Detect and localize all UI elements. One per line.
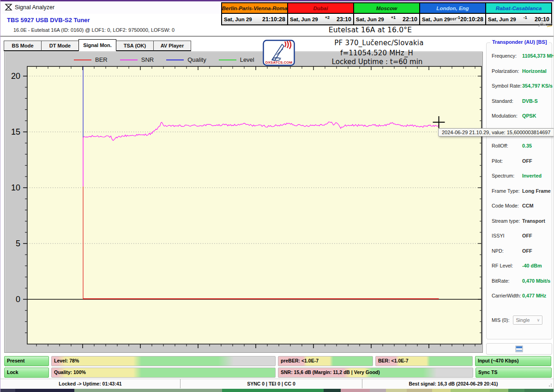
clock-london-eng: London, EngSat, Jun 29DST-120:10:28 — [419, 2, 486, 25]
status-bar: Locked -> Uptime: 01:43:41 SYNC 0 | TEI … — [0, 379, 554, 388]
mis-selected-value: Single — [516, 317, 530, 323]
transponder-save-button[interactable] — [486, 343, 552, 355]
field-label: RollOff: — [492, 143, 522, 158]
background-window-fragment — [0, 389, 15, 392]
status-gauge-level: Level: 78% — [51, 356, 276, 366]
transponder-row-frequency: Frequency:11054,373 MHz — [492, 53, 550, 68]
clock-berlin-paris-vienna-roma: Berlin-Paris-Vienna-RomaSat, Jun 2921:10… — [221, 2, 288, 25]
field-value: QPSK — [522, 113, 536, 128]
svg-text:10: 10 — [11, 183, 20, 192]
clock-city-label: Moscow — [354, 3, 419, 13]
field-label: Symbol Rate: — [492, 83, 522, 98]
legend-swatch — [166, 59, 184, 60]
clock-utc-offset: DST-1 — [450, 15, 460, 20]
status-gauge-preber: preBER: <1.0E-7 — [278, 356, 373, 366]
field-value: 354,797 KS/s — [522, 83, 553, 98]
status-button-input-kbps-[interactable]: Input (~470 Kbps) — [475, 356, 551, 366]
clock-hhmm: 21:10:28 — [262, 16, 287, 23]
transponder-row-issyi: ISSYIOFF — [492, 233, 550, 248]
chart-tooltip: 2024-06-29 21.10.29, value: 15,600000381… — [438, 128, 554, 137]
signature-icon — [538, 20, 554, 29]
field-value: Long Frame — [522, 188, 551, 203]
status-gauge-ber: BER: <1.0E-7 — [375, 356, 473, 366]
transponder-row-codemode: Code Mode:CCM — [492, 203, 550, 218]
tab-av-player[interactable]: AV Player — [153, 41, 191, 51]
clock-hhmm: 23:10 — [337, 16, 353, 23]
legend-swatch — [74, 59, 91, 60]
mis-label: MIS (0): — [492, 317, 509, 323]
statusbar-best-signal: Best signal: 16,3 dB (2024-06-29 20:41) — [362, 379, 544, 388]
legend-label: Level — [240, 56, 254, 63]
field-value: OFF — [522, 248, 532, 263]
chart-legend: BERSNRQualityLevel — [74, 56, 254, 63]
background-window-fragment — [341, 389, 370, 392]
statusbar-sync-counters: SYNC 0 | TEI 0 | CC 0 — [181, 379, 362, 388]
clock-utc-offset: -1 — [516, 15, 535, 20]
clock-hhmm: 20:10:28 — [460, 16, 485, 23]
status-row-2: LockQuality: 100%SNR: 15,6 dB (Margin: 1… — [4, 368, 552, 378]
transponder-row-standard: Standard:DVB-S — [492, 98, 550, 113]
background-window-fragment — [490, 389, 508, 392]
background-window-fragment — [508, 389, 524, 392]
transponder-row-spectrum: Spectrum:Inverted — [492, 173, 550, 188]
svg-text:15: 15 — [11, 127, 20, 137]
field-label: BitRate: — [492, 278, 522, 293]
legend-item-ber: BER — [74, 56, 108, 63]
field-label: Standard: — [492, 98, 522, 113]
transponder-rows: Frequency:11054,373 MHzPolarization:Hori… — [492, 53, 550, 325]
status-button-sync-ts[interactable]: Sync TS — [476, 368, 552, 378]
transponder-row-modulation: Modulation:QPSK — [492, 113, 550, 128]
background-window-fragment — [15, 389, 74, 392]
signal-analyzer-window: Signal Analyzer Berlin-Paris-Vienna-Roma… — [0, 0, 554, 392]
tab-dt-mode[interactable]: DT Mode — [41, 41, 79, 51]
stacked-disk-icon — [515, 345, 523, 352]
transponder-row-frametype: Frame Type:Long Frame — [492, 188, 550, 203]
background-window-fragment — [524, 389, 554, 392]
transponder-row-npd: NPD:OFF — [492, 248, 550, 263]
background-window-fragment — [222, 389, 324, 392]
background-window-fragment — [324, 389, 341, 392]
mis-dropdown[interactable]: Single∨ — [513, 315, 542, 325]
tuner-detail: 16.0E - Eutelsat 16A (ID: 0160) @ LOF1: … — [13, 27, 175, 33]
field-value: OFF — [522, 158, 532, 173]
resize-grip[interactable] — [544, 379, 554, 388]
field-label: ISSYI — [492, 233, 522, 248]
status-button-lock[interactable]: Lock — [4, 368, 49, 378]
field-value: Horizontal — [522, 68, 547, 83]
field-label: Pilot: — [492, 158, 522, 173]
legend-item-level: Level — [219, 56, 254, 63]
tab-bs-mode[interactable]: BS Mode — [4, 41, 42, 51]
legend-label: SNR — [141, 56, 154, 63]
clock-date: Sat, Jun 29 — [420, 17, 450, 22]
field-value: DVB-S — [522, 98, 538, 113]
field-label: Stream type: — [492, 218, 522, 233]
transponder-panel-title: Transponder (AU) [BS] — [490, 39, 549, 45]
field-label: Frequency: — [492, 53, 522, 68]
transponder-row-rolloff: RollOff:0.35 — [492, 143, 550, 158]
locked-uptime-label: Locked Uptime : t=60 min — [332, 58, 423, 66]
background-window-fragment — [451, 389, 490, 392]
background-window-fragment — [432, 389, 451, 392]
transponder-row-rflevel: RF Level:-40 dBm — [492, 263, 550, 278]
field-value: 0,477 MHz — [522, 293, 546, 308]
frequency-label: f=11054.520 MHz_H — [340, 49, 413, 57]
field-value: 0.35 — [522, 143, 532, 158]
tab-signal-mon-[interactable]: Signal Mon. — [78, 39, 116, 51]
field-label: Spectrum: — [492, 173, 522, 188]
clock-date: Sat, Jun 29 — [486, 17, 516, 22]
transponder-row-pilot: Pilot:OFF — [492, 158, 550, 173]
transponder-row-streamtype: Stream type:Transport — [492, 218, 550, 233]
status-button-present[interactable]: Present — [4, 356, 49, 366]
legend-swatch — [120, 59, 138, 60]
field-value: 0,470 Mbit/s — [522, 278, 550, 293]
legend-item-snr: SNR — [120, 56, 154, 63]
clock-date: Sat, Jun 29 — [288, 17, 318, 22]
legend-label: Quality — [187, 56, 206, 63]
svg-text:0: 0 — [16, 295, 20, 304]
tab-tsa-ok-[interactable]: TSA (OK) — [116, 41, 154, 51]
transponder-panel: Transponder (AU) [BS] Frequency:11054,37… — [486, 42, 552, 339]
legend-item-quality: Quality — [166, 56, 206, 63]
signal-chart[interactable]: 05101520 — [5, 52, 483, 353]
background-window-fragment — [386, 389, 407, 392]
clock-time: Sat, Jun 29+223:10 — [288, 13, 353, 24]
